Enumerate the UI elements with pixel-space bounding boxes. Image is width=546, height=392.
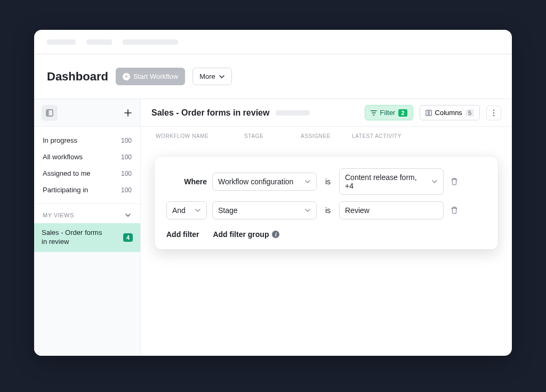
chevron-down-icon xyxy=(195,207,201,214)
sidebar-item-all-workflows[interactable]: All workflows 100 xyxy=(34,149,140,165)
more-label: More xyxy=(199,72,215,80)
trash-icon xyxy=(450,177,459,186)
delete-filter-button[interactable] xyxy=(449,177,460,186)
sidebar-nav: In progress 100 All workflows 100 Assign… xyxy=(34,127,140,204)
breadcrumb-bar xyxy=(34,30,512,54)
filter-icon xyxy=(371,110,377,116)
sidebar-item-in-progress[interactable]: In progress 100 xyxy=(34,132,140,149)
more-actions-button[interactable] xyxy=(486,105,501,120)
filter-button[interactable]: Filter 2 xyxy=(365,105,413,120)
table-header-row: Workflow name Stage Assignee Latest acti… xyxy=(141,127,512,139)
col-latest-activity: Latest activity xyxy=(352,133,497,139)
app-window: Dashboard + Start Workflow More In progr… xyxy=(34,30,512,356)
filter-value-select[interactable]: Review xyxy=(339,201,444,219)
filter-conjunction-select[interactable]: And xyxy=(166,201,207,219)
more-button[interactable]: More xyxy=(192,68,232,85)
svg-rect-1 xyxy=(46,110,49,116)
view-label: Sales - Order forms in review xyxy=(42,228,106,247)
breadcrumb-skeleton xyxy=(86,39,112,45)
chevron-down-icon xyxy=(304,207,311,214)
columns-count: 5 xyxy=(465,109,474,117)
plus-circle-icon: + xyxy=(123,73,130,80)
filter-actions: Add filter Add filter group i xyxy=(166,226,486,239)
col-assignee: Assignee xyxy=(301,133,343,139)
svg-rect-2 xyxy=(426,110,428,116)
sidebar-item-label: In progress xyxy=(43,136,77,144)
page-title: Dashboard xyxy=(47,70,108,84)
where-label: Where xyxy=(184,177,207,186)
subtitle-skeleton xyxy=(276,110,310,116)
filter-panel: Where Workflow configuration is Content … xyxy=(155,157,498,249)
filter-field-select[interactable]: Workflow configuration xyxy=(212,173,317,191)
sidebar-view-sales-order-forms[interactable]: Sales - Order forms in review 4 xyxy=(34,223,140,252)
breadcrumb-skeleton xyxy=(123,39,178,45)
start-workflow-button[interactable]: + Start Workflow xyxy=(116,68,185,85)
add-filter-group-button[interactable]: Add filter group i xyxy=(213,230,279,239)
filter-value-select[interactable]: Content release form, +4 xyxy=(339,168,444,195)
svg-rect-3 xyxy=(429,110,431,116)
trash-icon xyxy=(450,206,459,215)
filter-field-select[interactable]: Stage xyxy=(212,201,317,219)
sidebar-item-assigned-to-me[interactable]: Assigned to me 100 xyxy=(34,165,140,182)
filter-row: And Stage is Review xyxy=(166,201,486,219)
body: In progress 100 All workflows 100 Assign… xyxy=(34,99,512,356)
main-header: Sales - Order forms in review Filter 2 C… xyxy=(141,99,512,127)
svg-point-6 xyxy=(493,115,495,116)
col-stage: Stage xyxy=(244,133,292,139)
add-view-button[interactable] xyxy=(123,108,133,118)
filter-operator: is xyxy=(322,206,334,215)
svg-point-5 xyxy=(493,112,495,113)
delete-filter-button[interactable] xyxy=(449,206,460,215)
sidebar-item-count: 100 xyxy=(121,170,132,177)
sidebar-item-label: Participating in xyxy=(43,186,88,194)
page-header: Dashboard + Start Workflow More xyxy=(34,54,512,99)
filter-row: Where Workflow configuration is Content … xyxy=(166,168,486,195)
start-workflow-label: Start Workflow xyxy=(133,72,178,80)
sidebar-item-participating-in[interactable]: Participating in 100 xyxy=(34,182,140,198)
sidebar-item-count: 100 xyxy=(121,153,132,161)
sidebar: In progress 100 All workflows 100 Assign… xyxy=(34,99,141,356)
info-icon: i xyxy=(272,231,279,238)
filter-conjunction-value: And xyxy=(172,206,186,215)
filter-value-value: Content release form, +4 xyxy=(345,173,427,190)
filter-operator: is xyxy=(322,177,334,186)
filter-count: 2 xyxy=(398,109,407,117)
filter-label: Filter xyxy=(380,109,396,117)
chevron-down-icon xyxy=(431,178,438,185)
columns-label: Columns xyxy=(435,109,462,117)
sidebar-item-label: Assigned to me xyxy=(43,169,91,177)
view-title: Sales - Order forms in review xyxy=(151,108,269,118)
add-filter-button[interactable]: Add filter xyxy=(166,230,199,239)
filter-value-value: Review xyxy=(345,206,370,215)
chevron-down-icon xyxy=(304,178,311,185)
layout-icon[interactable] xyxy=(42,105,58,121)
sidebar-item-count: 100 xyxy=(121,137,132,144)
svg-point-4 xyxy=(493,109,495,111)
columns-icon xyxy=(425,110,432,116)
view-count-badge: 4 xyxy=(123,233,133,242)
sidebar-views-heading: My views xyxy=(34,204,140,223)
sidebar-item-count: 100 xyxy=(121,186,132,194)
plus-icon xyxy=(123,108,133,118)
chevron-down-icon xyxy=(219,74,225,80)
breadcrumb-skeleton xyxy=(47,39,76,45)
sidebar-item-label: All workflows xyxy=(43,153,83,161)
columns-button[interactable]: Columns 5 xyxy=(420,105,480,120)
sidebar-top xyxy=(34,99,140,127)
col-workflow-name: Workflow name xyxy=(156,133,236,139)
sidebar-views-label: My views xyxy=(43,212,74,218)
kebab-icon xyxy=(493,109,495,117)
filter-field-value: Workflow configuration xyxy=(218,177,293,186)
main-area: Sales - Order forms in review Filter 2 C… xyxy=(141,99,512,356)
filter-field-value: Stage xyxy=(218,206,238,215)
chevron-down-icon[interactable] xyxy=(124,211,132,219)
